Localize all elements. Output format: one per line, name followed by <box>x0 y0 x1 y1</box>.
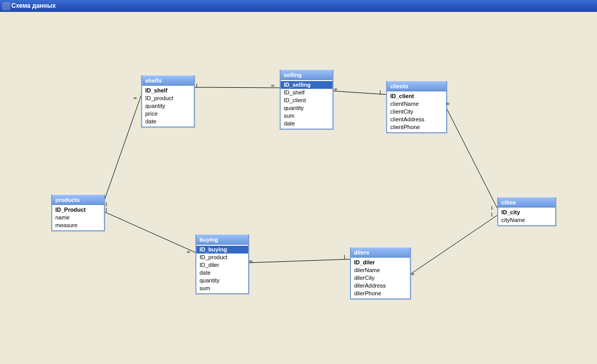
table-field[interactable]: ID_product <box>142 94 194 102</box>
table-field[interactable]: dilerPhone <box>351 290 410 297</box>
cardinality-many: ∞ <box>187 249 190 255</box>
cardinality-one: 1 <box>195 83 198 88</box>
table-field[interactable]: name <box>52 214 104 221</box>
window-title: Схема данных <box>11 2 56 9</box>
cardinality-many: ∞ <box>411 271 415 277</box>
table-field[interactable]: measure <box>52 221 104 229</box>
table-field[interactable]: ID_client <box>281 97 332 104</box>
svg-line-2 <box>331 91 386 94</box>
table-field[interactable]: cityName <box>498 216 555 224</box>
table-header[interactable]: clients <box>387 81 446 91</box>
system-icon <box>2 2 10 10</box>
table-field[interactable]: ID_Product <box>52 206 104 214</box>
table-buying[interactable]: buyingID_buyingID_productID_dilerdatequa… <box>195 234 249 294</box>
cardinality-many: ∞ <box>334 86 338 92</box>
cardinality-many: ∞ <box>133 95 137 101</box>
svg-line-1 <box>193 87 280 88</box>
table-field[interactable]: ID_client <box>387 92 446 100</box>
table-body: ID_buyingID_productID_dilerdatequantitys… <box>196 245 248 293</box>
svg-line-6 <box>409 215 497 275</box>
diagram-canvas[interactable]: productsID_ProductnamemeasureshelfsID_sh… <box>0 12 597 364</box>
table-selling[interactable]: sellingID_sellingID_shelfID_clientquanti… <box>280 70 333 130</box>
cardinality-one: 1 <box>105 201 108 207</box>
table-field[interactable]: ID_selling <box>281 81 332 89</box>
cardinality-one: 1 <box>491 205 493 211</box>
table-header[interactable]: products <box>52 195 104 205</box>
table-field[interactable]: clientPhone <box>387 123 446 131</box>
cardinality-one: 1 <box>105 207 108 213</box>
table-header[interactable]: dilers <box>351 247 410 258</box>
table-body: ID_Productnamemeasure <box>52 205 104 230</box>
table-body: ID_clientclientNameclientCityclientAddre… <box>387 91 446 132</box>
table-field[interactable]: ID_shelf <box>142 87 194 94</box>
table-field[interactable]: ID_diler <box>196 261 248 269</box>
table-field[interactable]: quantity <box>196 277 248 284</box>
table-field[interactable]: ID_diler <box>351 259 410 266</box>
table-products[interactable]: productsID_Productnamemeasure <box>51 195 105 231</box>
relationship-lines <box>0 12 597 364</box>
svg-line-0 <box>103 96 141 204</box>
table-cities[interactable]: citiesID_citycityName <box>497 197 556 226</box>
table-field[interactable]: sum <box>281 112 332 120</box>
table-field[interactable]: quantity <box>281 104 332 112</box>
table-field[interactable]: date <box>281 120 332 128</box>
svg-line-3 <box>445 105 497 208</box>
table-header[interactable]: selling <box>281 70 332 80</box>
table-field[interactable]: dilerName <box>351 266 410 274</box>
table-clients[interactable]: clientsID_clientclientNameclientCityclie… <box>386 81 447 133</box>
cardinality-one: 1 <box>491 212 493 217</box>
table-field[interactable]: ID_product <box>196 254 248 261</box>
table-field[interactable]: ID_city <box>498 209 555 216</box>
table-body: ID_citycityName <box>498 208 555 225</box>
table-field[interactable]: sum <box>196 284 248 292</box>
table-field[interactable]: ID_buying <box>196 246 248 254</box>
table-header[interactable]: cities <box>498 197 555 208</box>
table-field[interactable]: clientCity <box>387 108 446 116</box>
table-field[interactable]: price <box>142 110 194 118</box>
table-dilers[interactable]: dilersID_dilerdilerNamedilerCitydilerAdd… <box>350 247 411 299</box>
table-body: ID_shelfID_productquantitypricedate <box>142 86 194 126</box>
table-shelfs[interactable]: shelfsID_shelfID_productquantitypricedat… <box>141 75 195 128</box>
svg-line-5 <box>247 259 350 263</box>
cardinality-one: 1 <box>379 89 381 95</box>
svg-line-4 <box>103 211 195 252</box>
table-body: ID_dilerdilerNamedilerCitydilerAddressdi… <box>351 258 410 298</box>
table-field[interactable]: dilerAddress <box>351 282 410 290</box>
cardinality-one: 1 <box>343 254 346 260</box>
table-body: ID_sellingID_shelfID_clientquantitysumda… <box>281 80 332 129</box>
table-header[interactable]: shelfs <box>142 75 194 86</box>
table-field[interactable]: clientAddress <box>387 116 446 123</box>
table-field[interactable]: clientName <box>387 100 446 108</box>
table-field[interactable]: date <box>196 269 248 277</box>
table-field[interactable]: dilerCity <box>351 274 410 282</box>
table-field[interactable]: quantity <box>142 102 194 110</box>
table-field[interactable]: date <box>142 118 194 125</box>
window-titlebar[interactable]: Схема данных <box>0 0 597 12</box>
table-header[interactable]: buying <box>196 234 248 245</box>
cardinality-many: ∞ <box>249 258 253 264</box>
cardinality-many: ∞ <box>271 83 274 88</box>
table-field[interactable]: ID_shelf <box>281 89 332 97</box>
